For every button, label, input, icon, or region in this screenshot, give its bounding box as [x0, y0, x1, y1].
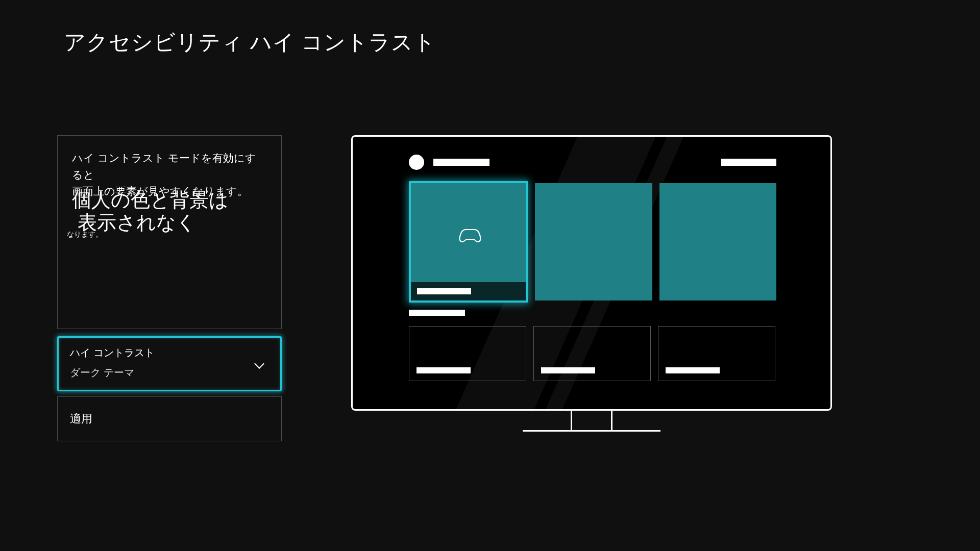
small-tile — [533, 326, 651, 381]
tile-caption — [411, 282, 526, 300]
dropdown-label: ハイ コントラスト — [70, 346, 269, 360]
settings-panel: ハイ コントラスト モードを有効にすると 画面上の要素が見やすくなります。 個人… — [57, 135, 282, 441]
tile-row-large — [409, 183, 776, 303]
description-line-1: ハイ コントラスト モードを有効にすると — [72, 150, 267, 183]
game-tile — [535, 183, 652, 300]
description-box: ハイ コントラスト モードを有効にすると 画面上の要素が見やすくなります。 個人… — [57, 135, 282, 329]
clock-placeholder — [721, 159, 776, 166]
controller-icon — [458, 227, 482, 244]
monitor-stand-neck — [571, 410, 612, 430]
avatar — [409, 155, 424, 170]
description-emphasis: 個人の色と背景は 表示されなく — [72, 189, 229, 234]
game-tile-selected — [409, 181, 528, 303]
preview-monitor — [351, 135, 832, 411]
tile-row-small — [409, 326, 776, 381]
monitor-stand-base — [523, 430, 660, 432]
chevron-down-icon — [254, 359, 265, 370]
description-tail: なります。 — [67, 230, 103, 239]
username-placeholder — [433, 159, 489, 166]
apply-button-label: 適用 — [70, 412, 92, 425]
apply-button[interactable]: 適用 — [57, 396, 282, 441]
game-tile — [659, 183, 776, 300]
preview-screen-content — [409, 155, 776, 381]
high-contrast-dropdown[interactable]: ハイ コントラスト ダーク テーマ — [57, 336, 282, 391]
small-tile — [658, 326, 775, 381]
small-tile — [409, 326, 526, 381]
dropdown-value: ダーク テーマ — [70, 366, 269, 380]
page-title: アクセシビリティ ハイ コントラスト — [64, 28, 436, 57]
section-label-placeholder — [409, 310, 465, 316]
